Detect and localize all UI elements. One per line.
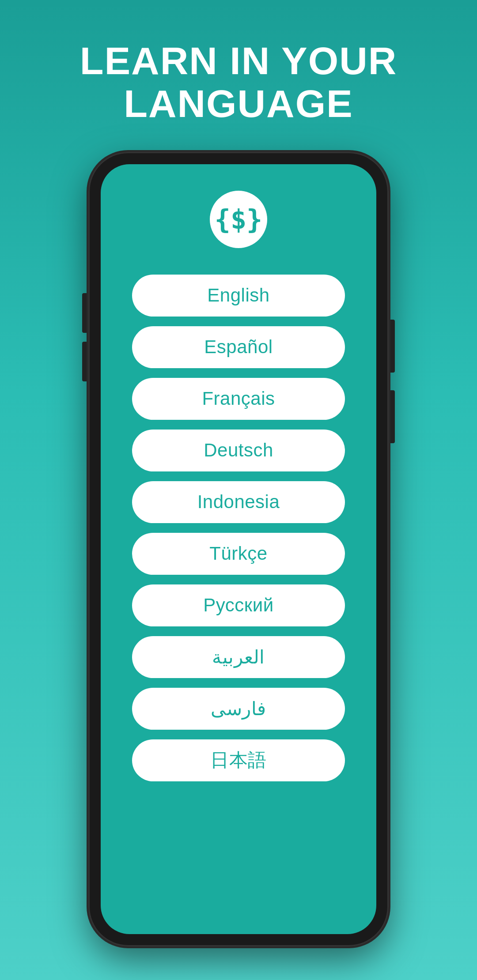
- logo-icon: {$}: [215, 204, 262, 235]
- language-list: EnglishEspañolFrançaisDeutschIndonesiaTü…: [123, 275, 354, 781]
- app-logo: {$}: [210, 191, 267, 248]
- page-title: LEARN IN YOUR LANGUAGE: [80, 40, 398, 125]
- volume-up-button: [82, 293, 87, 333]
- phone-screen: {$} EnglishEspañolFrançaisDeutschIndones…: [101, 164, 376, 934]
- volume-down-button: [82, 342, 87, 381]
- language-btn-francais[interactable]: Français: [132, 378, 345, 420]
- language-btn-deutsch[interactable]: Deutsch: [132, 430, 345, 471]
- language-btn-japanese[interactable]: 日本語: [132, 739, 345, 781]
- phone-mockup: {$} EnglishEspañolFrançaisDeutschIndones…: [88, 152, 389, 946]
- language-btn-turkce[interactable]: Türkçe: [132, 533, 345, 575]
- language-btn-indonesia[interactable]: Indonesia: [132, 481, 345, 523]
- language-btn-arabic[interactable]: العربية: [132, 636, 345, 678]
- language-btn-russian[interactable]: Русский: [132, 584, 345, 626]
- language-btn-english[interactable]: English: [132, 275, 345, 317]
- language-btn-espanol[interactable]: Español: [132, 326, 345, 368]
- language-btn-farsi[interactable]: فارسی: [132, 688, 345, 730]
